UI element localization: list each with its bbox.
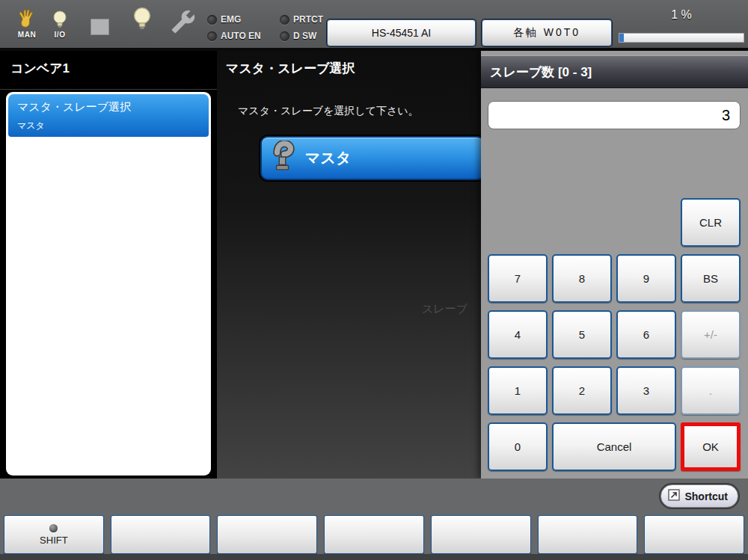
emg-led-label: EMG	[221, 14, 241, 25]
key-8[interactable]: 8	[552, 254, 612, 303]
conveyor-list-panel: コンベア1 マスタ・スレーブ選択 マスタ	[0, 51, 217, 479]
key-5[interactable]: 5	[552, 310, 612, 359]
numeric-keypad-dialog: スレーブ数 [0 - 3] 3 CLR 7 8 9 BS 4 5 6 +/- 1…	[481, 51, 748, 479]
master-button[interactable]: マスタ	[260, 136, 481, 180]
key-7[interactable]: 7	[488, 254, 548, 303]
numeric-input-field[interactable]: 3	[488, 101, 741, 129]
function-key-blank-4[interactable]	[431, 515, 531, 554]
prtct-led-icon	[280, 15, 289, 25]
speed-progress-bar[interactable]	[619, 33, 744, 43]
left-panel-separator	[0, 89, 217, 90]
list-item-master-slave-selection[interactable]: マスタ・スレーブ選択 マスタ	[8, 94, 209, 137]
key-9[interactable]: 9	[616, 254, 676, 303]
bottom-bar: Shortcut SHIFT	[0, 479, 748, 560]
shift-key-label: SHIFT	[40, 535, 68, 546]
key-plus-minus: +/-	[681, 310, 741, 359]
shortcut-button[interactable]: Shortcut	[660, 484, 738, 508]
slave-button-label-partial: スレーブ	[422, 302, 468, 316]
function-key-blank-2[interactable]	[217, 515, 317, 554]
settings-list: マスタ・スレーブ選択 マスタ	[6, 92, 211, 476]
emg-led-icon	[207, 15, 217, 25]
auto-en-led-label: AUTO EN	[221, 31, 261, 41]
master-slave-select-panel: マスタ・スレーブ選択 マスタ・スレーブを選択して下さい。 マスタ スレーブ	[217, 51, 481, 479]
teach-pendant-screen: MAN I/O	[0, 0, 748, 560]
shift-led-icon	[49, 524, 58, 532]
key-0[interactable]: 0	[488, 422, 548, 471]
key-1[interactable]: 1	[488, 366, 548, 415]
keypad-keys-grid: CLR 7 8 9 BS 4 5 6 +/- 1 2 3 . 0 Cancel …	[488, 198, 741, 471]
bottom-edge-strip	[0, 554, 748, 560]
d-sw-led-label: D SW	[293, 31, 316, 41]
shortcut-button-label: Shortcut	[684, 490, 728, 502]
key-2[interactable]: 2	[552, 366, 612, 415]
ok-button-highlighted[interactable]: OK	[681, 422, 741, 471]
key-decimal-point: .	[681, 366, 741, 415]
prtct-led-label: PRTCT	[293, 14, 323, 25]
jog-mode-button[interactable]: 各軸 W0T0	[482, 19, 612, 46]
robot-arm-icon	[271, 141, 295, 176]
key-4[interactable]: 4	[488, 310, 548, 359]
function-key-blank-5[interactable]	[538, 515, 638, 554]
shortcut-arrow-icon	[668, 489, 680, 503]
function-key-blank-1[interactable]	[111, 515, 211, 554]
cancel-button[interactable]: Cancel	[552, 422, 676, 471]
auto-en-led-icon	[207, 31, 217, 41]
list-item-value: マスタ	[8, 114, 209, 132]
function-key-row: SHIFT	[0, 515, 748, 554]
master-button-label: マスタ	[305, 148, 351, 168]
key-6[interactable]: 6	[616, 310, 676, 359]
function-key-shift[interactable]: SHIFT	[4, 515, 104, 554]
prtct-status-led: PRTCT	[280, 14, 323, 25]
speed-percent-label: 1 %	[619, 8, 744, 22]
d-sw-status-led: D SW	[280, 31, 316, 41]
manual-mode-label: MAN	[10, 31, 43, 39]
key-clr[interactable]: CLR	[681, 198, 741, 247]
function-key-blank-3[interactable]	[324, 515, 424, 554]
manual-mode-button[interactable]: MAN	[10, 7, 43, 39]
stop-square-icon[interactable]	[91, 19, 109, 35]
lamp-bulb-icon	[132, 25, 152, 33]
keypad-dialog-header: スレーブ数 [0 - 3]	[481, 55, 748, 88]
io-label: I/O	[46, 31, 73, 39]
io-monitor-button[interactable]: I/O	[46, 10, 73, 39]
lamp-button[interactable]	[129, 7, 156, 33]
left-panel-title: コンベア1	[0, 51, 217, 77]
key-backspace[interactable]: BS	[681, 254, 741, 303]
key-3[interactable]: 3	[616, 366, 676, 415]
middle-panel-title: マスタ・スレーブ選択	[217, 51, 481, 77]
emg-status-led: EMG	[207, 14, 241, 25]
list-item-title: マスタ・スレーブ選択	[8, 94, 209, 114]
speed-progress-fill	[619, 34, 624, 42]
d-sw-led-icon	[280, 31, 289, 41]
robot-select-button[interactable]: HS-45451 AI	[327, 19, 476, 46]
auto-en-status-led: AUTO EN	[207, 31, 261, 41]
keypad-dialog-title: スレーブ数 [0 - 3]	[481, 56, 748, 81]
settings-wrench-icon[interactable]	[169, 7, 197, 38]
top-status-bar: MAN I/O	[0, 0, 748, 51]
selection-prompt-message: マスタ・スレーブを選択して下さい。	[238, 105, 419, 118]
function-key-blank-6[interactable]	[644, 515, 744, 554]
